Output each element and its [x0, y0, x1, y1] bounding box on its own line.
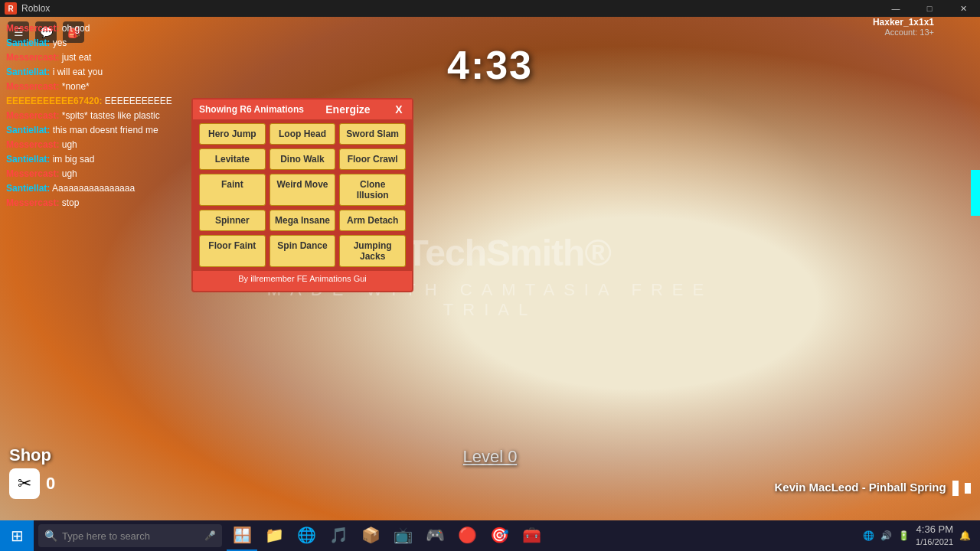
battery-icon: 🔋	[898, 530, 910, 541]
chat-message: Messercast: *spits* tastes like plastic	[6, 109, 190, 122]
right-color-bar	[971, 17, 980, 208]
chat-text: this man doesnt friend me	[50, 125, 158, 135]
taskbar-app-7[interactable]: 🔴	[452, 520, 482, 551]
taskbar-clock[interactable]: 4:36 PM 1/16/2021	[916, 523, 953, 549]
chat-text: ugh	[59, 139, 77, 150]
window-controls: — □ ✕	[879, 0, 980, 17]
close-button[interactable]: ✕	[946, 0, 980, 17]
chat-username: Santiellat:	[6, 125, 50, 135]
start-button[interactable]: ⊞	[0, 520, 34, 551]
chat-text: Aaaaaaaaaaaaaaaa	[50, 183, 135, 194]
taskbar-right: 🌐 🔊 🔋 4:36 PM 1/16/2021 🔔	[854, 523, 980, 549]
animation-button[interactable]: Mega Insane	[270, 210, 336, 231]
notifications-icon[interactable]: 🔔	[959, 530, 971, 541]
animation-button[interactable]: Spin Dance	[270, 235, 336, 267]
network-icon: 🌐	[863, 530, 874, 541]
chat-message: Santiellat: yes	[6, 36, 190, 50]
animation-button[interactable]: Dino Walk	[270, 148, 336, 170]
taskbar-app-9[interactable]: 🧰	[516, 520, 547, 551]
cyan-bar	[971, 170, 980, 216]
taskbar-app-5[interactable]: 📺	[387, 520, 418, 551]
chat-text: *none*	[59, 81, 89, 92]
chat-username: Messercast:	[6, 23, 59, 34]
chat-message: Santiellat: this man doesnt friend me	[6, 123, 190, 137]
gui-header-center: Energize	[325, 103, 370, 116]
chat-message: EEEEEEEEEEE67420: EEEEEEEEEEE	[6, 94, 190, 108]
animation-button[interactable]: Weird Move	[270, 174, 336, 206]
chat-message: Messercast: *none*	[6, 80, 190, 93]
taskbar-app-0[interactable]: 🪟	[227, 520, 257, 551]
search-placeholder: Type here to search	[62, 530, 150, 542]
chat-text: just eat	[59, 52, 91, 63]
animation-button[interactable]: Floor Faint	[199, 235, 266, 267]
username: Haxker_1x1x1	[873, 17, 934, 28]
game-timer: 4:33	[447, 42, 533, 88]
chat-username: Messercast:	[6, 168, 59, 179]
chat-username: Santiellat:	[6, 67, 50, 77]
chat-text: ugh	[59, 168, 77, 179]
taskbar: ⊞ 🔍 Type here to search 🎤 🪟📁🌐🎵📦📺🎮🔴🎯🧰 🌐 🔊…	[0, 520, 980, 551]
chat-text: EEEEEEEEEEE	[102, 96, 172, 106]
chat-area: Messercast: oh godSantiellat: yesMesserc…	[6, 21, 190, 210]
microphone-icon[interactable]: 🎤	[204, 530, 216, 541]
chat-message: Santiellat: i will eat you	[6, 65, 190, 79]
title-bar: R Roblox — □ ✕	[0, 0, 980, 17]
chat-message: Messercast: ugh	[6, 138, 190, 152]
taskbar-app-3[interactable]: 🎵	[323, 520, 354, 551]
chat-username: Santiellat:	[6, 37, 50, 48]
chat-message: Messercast: ugh	[6, 167, 190, 181]
level-display: Level 0	[463, 447, 518, 467]
chat-text: *spits* tastes like plastic	[59, 110, 159, 121]
maximize-button[interactable]: □	[913, 0, 946, 17]
chat-username: Messercast:	[6, 52, 59, 63]
shop-count: 0	[46, 474, 55, 494]
animation-button[interactable]: Jumping Jacks	[339, 235, 406, 267]
search-bar[interactable]: 🔍 Type here to search 🎤	[38, 524, 222, 547]
chat-message: Messercast: stop	[6, 196, 190, 210]
chat-username: Messercast:	[6, 81, 59, 92]
chat-message: Santiellat: Aaaaaaaaaaaaaaaa	[6, 181, 190, 195]
taskbar-apps: 🪟📁🌐🎵📦📺🎮🔴🎯🧰	[227, 520, 854, 551]
chat-text: stop	[59, 197, 79, 208]
animation-button[interactable]: Clone Illusion	[339, 174, 406, 206]
animation-button[interactable]: Spinner	[199, 210, 266, 231]
volume-icon: 🔊	[880, 530, 892, 541]
animation-button[interactable]: Levitate	[199, 148, 266, 170]
taskbar-app-6[interactable]: 🎮	[420, 520, 450, 551]
chat-username: EEEEEEEEEEE67420:	[6, 96, 102, 106]
app-icon: R	[5, 2, 17, 15]
animation-button[interactable]: Arm Detach	[339, 210, 406, 231]
chat-username: Messercast:	[6, 110, 59, 121]
animation-button[interactable]: Faint	[199, 174, 266, 206]
shop-icon[interactable]: ✂	[9, 468, 40, 499]
taskbar-app-4[interactable]: 📦	[355, 520, 386, 551]
account-info: Account: 13+	[873, 28, 934, 37]
gui-close-button[interactable]: X	[392, 103, 406, 116]
shop-label[interactable]: Shop	[9, 445, 55, 465]
animation-button[interactable]: Floor Crawl	[339, 148, 406, 170]
chat-username: Messercast:	[6, 139, 59, 150]
chat-text: yes	[50, 37, 67, 48]
chat-message: Messercast: just eat	[6, 51, 190, 64]
animation-button[interactable]: Loop Head	[270, 123, 336, 145]
clock-date: 1/16/2021	[916, 536, 953, 548]
user-info: Haxker_1x1x1 Account: 13+	[873, 17, 934, 37]
music-credit: Kevin MacLeod - Pinball Spring	[774, 481, 971, 496]
chat-username: Messercast:	[6, 197, 59, 208]
gui-header: Showing R6 Animations Energize X	[193, 99, 412, 119]
animation-button[interactable]: Sword Slam	[339, 123, 406, 145]
animation-button-grid: Hero JumpLoop HeadSword SlamLevitateDino…	[193, 119, 412, 271]
chat-username: Santiellat:	[6, 154, 50, 165]
shop-area: Shop ✂ 0	[9, 445, 55, 499]
search-icon: 🔍	[44, 530, 57, 542]
clock-time: 4:36 PM	[916, 523, 953, 536]
animation-button[interactable]: Hero Jump	[199, 123, 266, 145]
taskbar-app-1[interactable]: 📁	[259, 520, 289, 551]
taskbar-app-2[interactable]: 🌐	[291, 520, 322, 551]
gui-header-left: Showing R6 Animations	[199, 104, 304, 115]
taskbar-app-8[interactable]: 🎯	[484, 520, 514, 551]
shop-icon-row: ✂ 0	[9, 468, 55, 499]
minimize-button[interactable]: —	[879, 0, 913, 17]
music-bar-icon-2	[965, 483, 971, 494]
gui-footer: By illremember FE Animations Gui	[193, 271, 412, 286]
